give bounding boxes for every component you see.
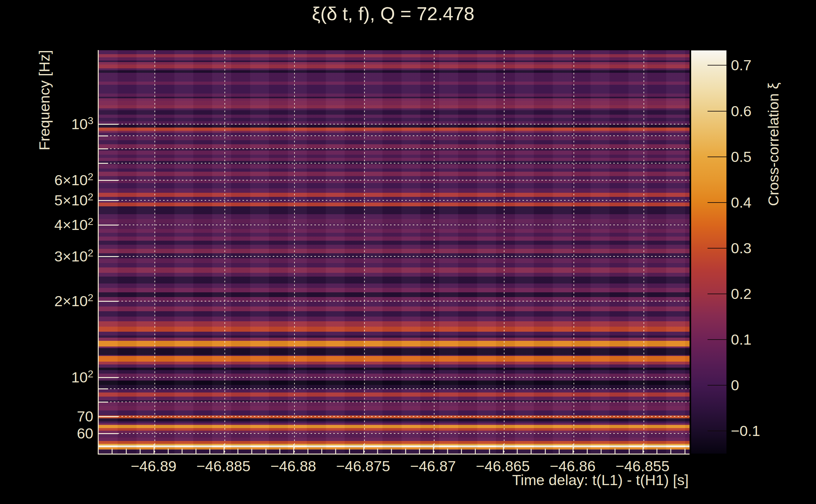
colorbar-tick [708, 202, 727, 203]
x-minor-tick [433, 449, 434, 454]
colorbar-tick-label: 0.3 [731, 239, 751, 256]
colorbar-tick [708, 65, 727, 66]
colorbar-tick-label: 0.1 [731, 331, 751, 348]
colorbar-tick [708, 339, 727, 340]
x-minor-tick [335, 449, 336, 454]
y-tick [99, 388, 108, 389]
gridline-horizontal [99, 148, 690, 149]
y-tick [99, 180, 118, 181]
y-tick [99, 433, 118, 434]
x-minor-tick [405, 449, 406, 454]
gridline-vertical [644, 50, 644, 454]
x-minor-tick [266, 449, 267, 454]
gridline-horizontal [99, 388, 690, 389]
colorbar-tick-label: 0.2 [731, 285, 751, 302]
x-minor-tick [210, 449, 210, 454]
x-minor-tick [349, 449, 350, 454]
x-minor-tick [685, 449, 686, 454]
x-minor-tick [643, 449, 644, 454]
x-minor-tick [670, 449, 671, 454]
y-tick [99, 301, 118, 302]
y-tick [99, 200, 118, 201]
heatmap-texture [99, 50, 690, 454]
gridline-vertical [294, 50, 295, 454]
colorbar-tick [708, 157, 727, 157]
x-minor-tick [531, 449, 531, 454]
gridline-horizontal [99, 163, 690, 163]
gridline-horizontal [99, 377, 690, 378]
x-minor-tick [293, 449, 294, 454]
y-tick-label: 103 [71, 115, 93, 133]
gridline-horizontal [99, 433, 690, 434]
x-minor-tick [140, 449, 141, 454]
gridline-horizontal [99, 402, 690, 402]
x-minor-tick [126, 449, 127, 454]
x-minor-tick [600, 449, 601, 454]
y-tick [99, 416, 118, 417]
colorbar-tick-label: 0.4 [731, 193, 751, 211]
x-minor-tick [559, 449, 560, 454]
x-minor-tick [545, 449, 546, 454]
colorbar-tick-label: 0 [731, 376, 739, 394]
x-minor-tick [629, 449, 630, 454]
gridline-vertical [154, 50, 155, 454]
x-axis-label: Time delay: t(L1) - t(H1) [s] [98, 471, 689, 489]
gridline-vertical [364, 50, 365, 454]
figure: ξ(δ t, f), Q = 72.478 Frequency [Hz] −46… [0, 0, 816, 504]
y-tick-label: 6×102 [54, 171, 93, 189]
colorbar-tick-label: 0.6 [731, 102, 751, 119]
x-minor-tick [587, 449, 588, 454]
x-minor-tick [572, 449, 573, 454]
y-tick [99, 225, 118, 226]
y-tick-label: 2×102 [54, 292, 93, 310]
y-tick-label: 70 [77, 408, 93, 425]
x-minor-tick [168, 449, 169, 454]
x-minor-tick [98, 449, 99, 454]
colorbar-tick [708, 431, 727, 431]
x-minor-tick [321, 449, 322, 454]
y-tick [99, 256, 118, 257]
colorbar-tick-label: 0.7 [731, 56, 751, 74]
gridline-horizontal [99, 180, 690, 180]
gridline-horizontal [99, 135, 690, 136]
gridline-vertical [434, 50, 434, 454]
x-minor-tick [517, 449, 518, 454]
x-minor-tick [377, 449, 378, 454]
x-minor-tick [419, 449, 420, 454]
colorbar-tick [708, 248, 727, 249]
y-tick [99, 163, 108, 164]
x-minor-tick [503, 449, 504, 454]
x-minor-tick [363, 449, 364, 454]
gridline-vertical [225, 50, 225, 454]
y-tick [99, 377, 118, 378]
x-minor-tick [112, 449, 112, 454]
x-minor-tick [181, 449, 182, 454]
colorbar-tick [708, 294, 727, 294]
x-minor-tick [308, 449, 308, 454]
x-minor-tick [238, 449, 239, 454]
x-minor-tick [391, 449, 392, 454]
colorbar-label: Cross-correlation ξ [765, 83, 782, 206]
x-minor-tick [657, 449, 658, 454]
colorbar-tick [708, 385, 727, 386]
x-minor-tick [195, 449, 196, 454]
y-tick [99, 148, 108, 149]
colorbar-tick-label: −0.1 [731, 422, 760, 439]
y-tick-label: 4×102 [54, 215, 93, 233]
y-tick-label: 5×102 [54, 191, 93, 209]
x-minor-tick [224, 449, 225, 454]
gridline-horizontal [99, 124, 690, 124]
y-tick [99, 135, 108, 136]
x-minor-tick [153, 449, 154, 454]
gridline-vertical [504, 50, 504, 454]
x-minor-tick [251, 449, 252, 454]
heatmap-plot [98, 50, 690, 455]
gridline-horizontal [99, 225, 690, 225]
colorbar-tick [708, 111, 727, 112]
y-axis-label: Frequency [Hz] [36, 50, 53, 151]
gridline-vertical [573, 50, 574, 454]
gridline-horizontal [99, 301, 690, 301]
y-tick-label: 3×102 [54, 247, 93, 265]
chart-title: ξ(δ t, f), Q = 72.478 [98, 3, 689, 25]
colorbar-tick-label: 0.5 [731, 148, 751, 165]
